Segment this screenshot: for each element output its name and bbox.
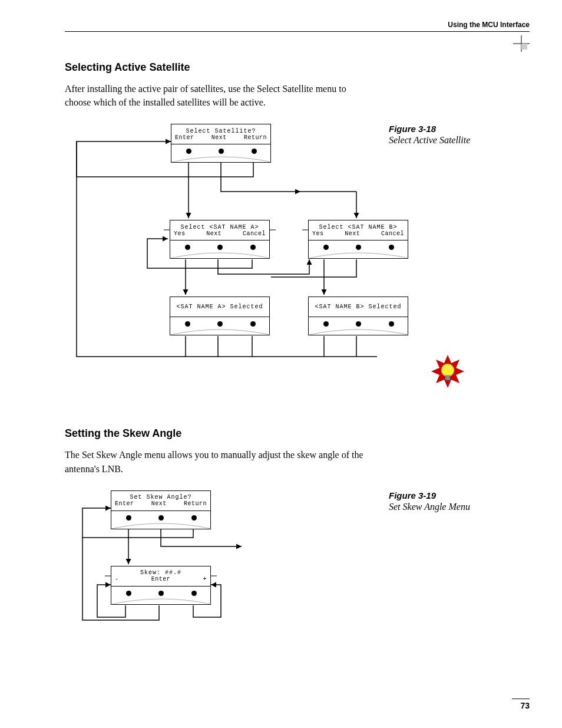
mcu-button-3[interactable] <box>389 245 394 250</box>
mcu-button-1[interactable] <box>126 515 131 521</box>
body-setting-skew-angle: The Set Skew Angle menu allows you to ma… <box>65 448 371 475</box>
svg-point-19 <box>441 364 454 377</box>
figure-3-19-number: Figure 3-19 <box>389 490 530 500</box>
lcd-line1: <SAT NAME B> Selected <box>311 304 405 310</box>
lcd-opt-b: Next <box>206 230 222 237</box>
lcd-opt-a: Enter <box>175 134 194 141</box>
figure-3-18-number: Figure 3-18 <box>389 124 530 134</box>
mcu-sat-b-selected: <SAT NAME B> Selected <box>308 297 408 335</box>
mcu-button-1[interactable] <box>323 321 329 327</box>
lcd-opt-c: Return <box>244 134 267 141</box>
lcd-opt-c: Cancel <box>243 230 266 237</box>
mcu-button-1[interactable] <box>185 245 190 250</box>
lcd-opt-b: Next <box>211 134 227 141</box>
heading-selecting-active-satellite: Selecting Active Satellite <box>65 61 530 74</box>
mcu-button-3[interactable] <box>250 321 256 327</box>
mcu-button-1[interactable] <box>186 149 191 154</box>
mcu-button-2[interactable] <box>217 321 223 327</box>
body-selecting-active-satellite: After installing the active pair of sate… <box>65 82 371 109</box>
lcd-opt-a: Enter <box>115 500 134 507</box>
mcu-button-1[interactable] <box>185 321 190 327</box>
tip-lightbulb-icon <box>430 354 465 391</box>
figure-3-18-title: Select Active Satellite <box>389 135 530 146</box>
figure-3-19-title: Set Skew Angle Menu <box>389 502 530 512</box>
mcu-select-sat-b: Select <SAT NAME B> Yes Next Cancel <box>308 220 408 259</box>
mcu-button-3[interactable] <box>252 149 257 154</box>
mcu-button-3[interactable] <box>191 591 197 596</box>
mcu-button-2[interactable] <box>356 321 361 327</box>
svg-rect-20 <box>445 375 450 380</box>
page-header: Using the MCU Interface <box>65 21 530 32</box>
lcd-line1: Select Satellite? <box>174 128 268 134</box>
mcu-set-skew-angle: Set Skew Angle? Enter Next Return <box>111 490 211 529</box>
lcd-line1: Set Skew Angle? <box>114 494 208 500</box>
mcu-button-1[interactable] <box>126 591 131 596</box>
figure-3-19-diagram: Set Skew Angle? Enter Next Return <box>65 487 377 629</box>
mcu-button-2[interactable] <box>356 245 361 250</box>
svg-rect-2 <box>521 44 527 50</box>
lcd-line1: Skew: ##.# <box>114 569 208 576</box>
lcd-opt-a: - <box>115 576 119 582</box>
mcu-button-1[interactable] <box>323 245 329 250</box>
mcu-skew-value: Skew: ##.# - Enter + <box>111 566 211 605</box>
mcu-button-2[interactable] <box>158 591 164 596</box>
lcd-opt-b: Next <box>345 230 360 237</box>
lcd-opt-c: Return <box>184 500 207 507</box>
cropmark-icon <box>513 35 530 52</box>
mcu-sat-a-selected: <SAT NAME A> Selected <box>170 297 270 335</box>
mcu-button-3[interactable] <box>389 321 394 327</box>
lcd-opt-b: Enter <box>151 576 171 582</box>
mcu-button-3[interactable] <box>250 245 256 250</box>
mcu-select-sat-a: Select <SAT NAME A> Yes Next Cancel <box>170 220 270 259</box>
lcd-opt-b: Next <box>151 500 167 507</box>
figure-3-18-diagram: Select Satellite? Enter Next Return <box>65 121 377 398</box>
mcu-button-3[interactable] <box>191 515 197 521</box>
lcd-line1: Select <SAT NAME B> <box>311 224 405 230</box>
mcu-button-2[interactable] <box>217 245 223 250</box>
lcd-line1: Select <SAT NAME A> <box>173 224 267 230</box>
mcu-select-satellite: Select Satellite? Enter Next Return <box>171 124 271 163</box>
lcd-opt-c: + <box>203 576 207 582</box>
lcd-opt-a: Yes <box>312 230 324 237</box>
page-number: 73 <box>512 699 530 710</box>
mcu-button-2[interactable] <box>219 149 224 154</box>
mcu-button-2[interactable] <box>158 515 164 521</box>
lcd-line1: <SAT NAME A> Selected <box>173 304 267 310</box>
lcd-opt-c: Cancel <box>381 230 404 237</box>
heading-setting-skew-angle: Setting the Skew Angle <box>65 427 530 440</box>
lcd-opt-a: Yes <box>174 230 186 237</box>
